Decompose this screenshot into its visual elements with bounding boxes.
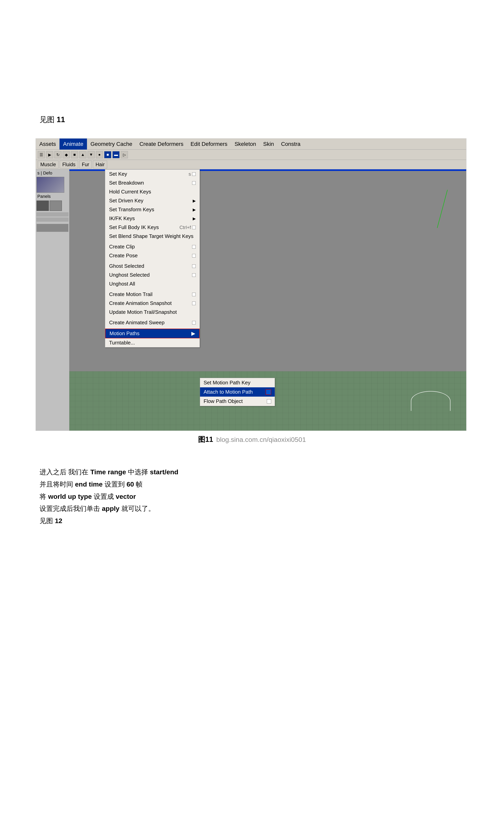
caption-line: 图11 blog.sina.com.cn/qiaoxixi0501 [198,435,306,444]
desc-bold-world-up-type: world up type [48,493,92,500]
toolbar-icon-7[interactable]: ▼ [88,151,95,158]
toolbar-icon-4[interactable]: ◆ [63,151,70,158]
toolbar-icon-3[interactable]: ↻ [54,151,61,158]
menu-ghost-selected[interactable]: Ghost Selected [105,262,200,270]
submenu-flow-path-object[interactable]: Flow Path Object [200,396,275,406]
menu-set-key-icon [192,172,196,176]
menu-set-full-body-icon [192,226,196,229]
menu-create-clip-label: Create Clip [109,244,135,250]
submenu-flow-path-object-label: Flow Path Object [203,398,243,404]
toolbar-icon-8[interactable]: ● [96,151,103,158]
slider-1[interactable] [37,213,68,216]
menu-unghost-selected-label: Unghost Selected [109,272,150,278]
menu-turntable-label: Turntable... [109,340,135,346]
top-label-number: 11 [57,116,65,124]
toolbar-icon-11[interactable]: ▷ [121,151,128,158]
toolbar-icon-6[interactable]: ▲ [79,151,86,158]
tab-fluids[interactable]: Fluids [60,161,78,168]
menu-create-animation-snapshot[interactable]: Create Animation Snapshot [105,299,200,308]
submenu-attach-to-motion-path-label: Attach to Motion Path [203,389,253,395]
desc-line-4: 设置完成后我们单击 apply 就可以了。 [39,503,465,514]
menu-create-clip-icon [192,245,196,249]
separator-5 [105,327,200,329]
menu-animate[interactable]: Animate [60,138,87,150]
menu-update-motion-trail[interactable]: Update Motion Trail/Snapshot [105,308,200,317]
toolbar-icon-10[interactable]: ▬ [113,151,120,158]
arrow-ik-fk-keys: ▶ [193,216,196,221]
separator-1 [105,241,200,242]
desc-bold-start-end: start/end [150,468,179,476]
description-area: 进入之后 我们在 Time range 中选择 start/end 并且将时间 … [39,467,465,528]
submenu-attach-to-motion-path[interactable]: Attach to Motion Path [200,387,275,396]
screenshot-area: Assets Animate Geometry Cache Create Def… [36,138,467,431]
page-container: 见图 11 Assets Animate Geometry Cache Crea… [0,0,504,830]
panel-icon-1 [37,200,49,211]
toolbar-icon-5[interactable]: ■ [71,151,78,158]
menu-set-breakdown[interactable]: Set Breakdown [105,179,200,187]
menu-constra[interactable]: Constra [278,138,304,150]
menu-set-full-body-ik-keys[interactable]: Set Full Body IK Keys Ctrl+f [105,223,200,232]
menu-hold-current-keys[interactable]: Hold Current Keys [105,187,200,196]
sidebar-block-1 [37,224,68,232]
panel-icon-2 [50,200,62,211]
desc-bold-12: 12 [55,517,62,524]
menu-motion-paths[interactable]: Motion Paths ▶ [105,329,200,338]
sidebar-thumb-1 [37,177,64,193]
desc-bold-60: 60 [126,480,134,488]
tab-hair[interactable]: Hair [93,161,107,168]
tab-fur[interactable]: Fur [79,161,92,168]
menu-set-blend-shape[interactable]: Set Blend Shape Target Weight Keys [105,232,200,241]
viewport: Set Key s Set Breakdown Hold Current Key… [69,169,466,430]
menu-create-animation-snapshot-label: Create Animation Snapshot [109,300,172,306]
caption-blog-url: blog.sina.com.cn/qiaoxixi0501 [216,436,306,443]
menu-create-animation-snapshot-icon [192,301,196,305]
menu-geometry-cache[interactable]: Geometry Cache [87,138,136,150]
top-label: 见图 11 [39,115,65,125]
menu-set-driven-key[interactable]: Set Driven Key ▶ [105,196,200,205]
sidebar-label-2: Panels [37,193,68,199]
menu-create-animated-sweep-label: Create Animated Sweep [109,320,164,326]
toolbar-row-1: ☰ ▶ ↻ ◆ ■ ▲ ▼ ● ■ ▬ ▷ [36,150,466,160]
menu-set-driven-key-label: Set Driven Key [109,198,143,204]
separator-2 [105,260,200,262]
menu-unghost-all[interactable]: Unghost All [105,280,200,288]
menu-unghost-selected[interactable]: Unghost Selected [105,270,200,280]
caption-area: 图11 blog.sina.com.cn/qiaoxixi0501 [0,435,504,444]
toolbar-icon-2[interactable]: ▶ [46,151,53,158]
menu-set-transform-keys-label: Set Transform Keys [109,206,154,213]
toolbar-icon-1[interactable]: ☰ [38,151,45,158]
slider-2[interactable] [37,218,68,222]
menu-set-transform-keys[interactable]: Set Transform Keys ▶ [105,205,200,214]
menu-set-full-body-ik-keys-label: Set Full Body IK Keys [109,224,159,230]
menu-create-pose[interactable]: Create Pose [105,251,200,260]
desc-line-2: 并且将时间 end time 设置到 60 帧 [39,479,465,490]
menu-create-pose-label: Create Pose [109,253,138,259]
submenu-attach-icon [265,389,271,395]
menu-motion-paths-label: Motion Paths [109,330,139,337]
menu-set-breakdown-icon [192,181,196,185]
menu-unghost-selected-icon [192,273,196,277]
toolbar-icon-9[interactable]: ■ [104,151,111,158]
green-curve [437,190,448,228]
tab-muscle[interactable]: Muscle [38,161,59,168]
motion-paths-submenu: Set Motion Path Key Attach to Motion Pat… [200,378,275,406]
animate-dropdown: Set Key s Set Breakdown Hold Current Key… [105,169,200,347]
menu-skin[interactable]: Skin [260,138,278,150]
desc-bold-vector: vector [116,493,136,500]
arrow-set-driven-key: ▶ [193,198,196,203]
menu-edit-deformers[interactable]: Edit Deformers [187,138,231,150]
menu-assets[interactable]: Assets [36,138,60,150]
menu-create-animated-sweep[interactable]: Create Animated Sweep [105,318,200,327]
menu-create-motion-trail[interactable]: Create Motion Trail [105,290,200,299]
arrow-motion-paths: ▶ [191,330,195,337]
menu-create-clip[interactable]: Create Clip [105,242,200,251]
separator-4 [105,317,200,318]
menu-create-deformers[interactable]: Create Deformers [136,138,187,150]
menu-skeleton[interactable]: Skeleton [231,138,260,150]
desc-bold-apply: apply [102,505,119,512]
menu-ik-fk-keys[interactable]: IK/FK Keys ▶ [105,214,200,223]
menu-set-key[interactable]: Set Key s [105,169,200,179]
menu-turntable[interactable]: Turntable... [105,338,200,347]
menu-set-key-shortcut: s [189,171,191,177]
submenu-set-motion-path-key[interactable]: Set Motion Path Key [200,378,275,387]
